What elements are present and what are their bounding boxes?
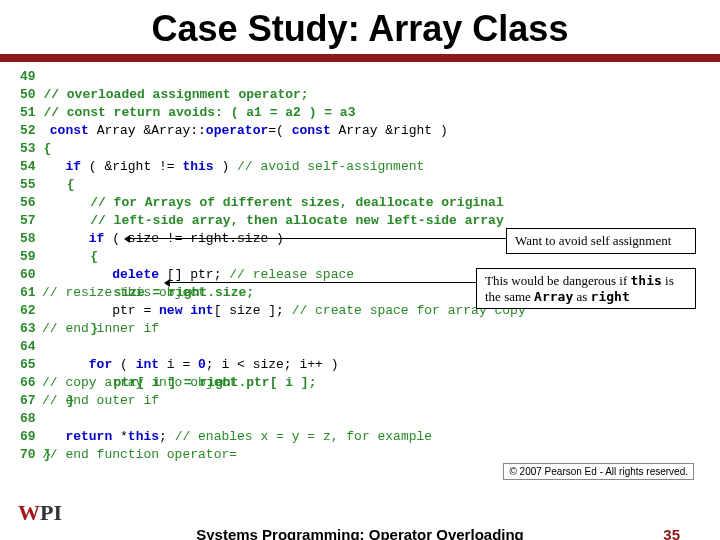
slide-title: Case Study: Array Class <box>0 0 720 62</box>
page-number: 35 <box>663 526 680 540</box>
svg-text:PI: PI <box>40 500 62 525</box>
svg-text:W: W <box>18 500 40 525</box>
code-line: 54 if ( &right != this ) // avoid self-a… <box>20 158 700 176</box>
code-line: 65 for ( int i = 0; i < size; i++ ) <box>20 356 700 374</box>
code-line: 53 { <box>20 140 700 158</box>
code-line: 67 } // end outer if <box>20 392 700 410</box>
callout-arrow <box>170 282 478 283</box>
code-line: 69 return *this; // enables x = y = z, f… <box>20 428 700 446</box>
code-line: 64 <box>20 338 700 356</box>
code-line: 70 } // end function operator= <box>20 446 700 464</box>
code-line: 56 // for Arrays of different sizes, dea… <box>20 194 700 212</box>
code-line: 52 const Array &Array::operator=( const … <box>20 122 700 140</box>
code-line: 66 ptr[ i ] = right.ptr[ i ]; // copy ar… <box>20 374 700 392</box>
annotation-dangerous: This would be dangerous if this is the s… <box>476 268 696 309</box>
footer-text: Systems Programming: Operator Overloadin… <box>0 526 720 540</box>
annotation-self-assignment: Want to avoid self assignment <box>506 228 696 254</box>
code-line: 55 { <box>20 176 700 194</box>
callout-arrow <box>130 238 506 239</box>
code-line: 49 <box>20 68 700 86</box>
code-line: 51 // const return avoids: ( a1 = a2 ) =… <box>20 104 700 122</box>
code-block: 49 50 // overloaded assignment operator;… <box>0 62 720 464</box>
code-line: 68 <box>20 410 700 428</box>
code-line: 63 } // end inner if <box>20 320 700 338</box>
code-line: 50 // overloaded assignment operator; <box>20 86 700 104</box>
copyright-notice: © 2007 Pearson Ed - All rights reserved. <box>503 463 694 480</box>
